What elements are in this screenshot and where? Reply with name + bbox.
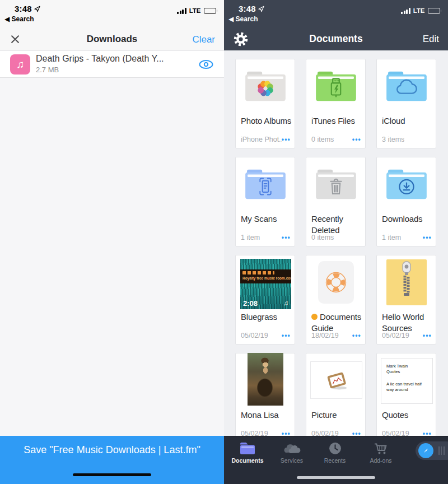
card-quotes[interactable]: Mark Twain Quotes A lie can travel half … <box>376 353 436 443</box>
card-photo-albums[interactable]: Photo Albums iPhone Phot... ••• <box>235 59 295 148</box>
clock-icon <box>328 441 342 455</box>
download-folder-icon <box>377 157 436 211</box>
tab-recents[interactable]: Recents <box>314 441 356 464</box>
card-title-with-badge: Documents Guide <box>311 311 363 333</box>
clock: 3:48 <box>239 4 256 13</box>
downloads-title: Downloads <box>0 34 224 45</box>
card-recently-deleted[interactable]: Recently Deleted 0 items <box>306 157 366 246</box>
card-bluegrass[interactable]: Royalty free music room.com 2:08 ♫ Blueg… <box>235 255 295 345</box>
card-subtitle: 0 items <box>311 234 334 241</box>
save-file-banner[interactable]: Save "Free Music Downloads | Last.fm" <box>0 436 224 484</box>
folder-icon <box>239 441 256 455</box>
downloads-header: 3:48 ◀ Search LTE <box>0 0 224 50</box>
documents-title: Documents <box>224 33 448 45</box>
back-to-search-button[interactable]: ◀ Search <box>4 15 34 23</box>
location-arrow-icon <box>34 5 41 12</box>
battery-icon <box>204 8 218 14</box>
card-subtitle: 1 item <box>382 234 401 241</box>
card-mona-lisa[interactable]: Mona Lisa 05/02/19 ••• <box>235 353 295 443</box>
card-subtitle: 0 items <box>311 136 334 143</box>
card-icloud[interactable]: iCloud 3 items <box>376 59 436 148</box>
card-subtitle: 05/02/19 <box>241 332 268 339</box>
battery-icon <box>428 8 442 14</box>
scan-folder-icon <box>236 157 295 211</box>
card-title: Recently Deleted <box>311 213 363 235</box>
back-to-search-button[interactable]: ◀ Search <box>228 15 258 23</box>
card-title: Picture <box>311 409 363 421</box>
more-icon[interactable]: ••• <box>352 333 361 338</box>
trash-folder-icon <box>306 157 365 211</box>
clouds-icon <box>282 441 301 455</box>
painting-thumbnail <box>236 353 295 407</box>
location-arrow-icon <box>258 5 265 12</box>
album-art-text-band: Royalty free music room.com <box>240 269 291 283</box>
more-icon[interactable]: ••• <box>282 235 291 240</box>
card-title: iTunes Files <box>311 115 363 127</box>
documents-header: 3:48 ◀ Search LTE <box>224 0 448 50</box>
documents-app-panel: 3:48 ◀ Search LTE <box>224 0 448 484</box>
card-title: My Scans <box>241 213 292 225</box>
more-icon[interactable]: ••• <box>282 137 291 142</box>
carrier-label: LTE <box>189 7 201 14</box>
photos-folder-icon <box>236 59 295 113</box>
more-icon[interactable]: ••• <box>423 333 432 338</box>
more-icon[interactable]: ••• <box>282 333 291 338</box>
save-file-banner-label: Save "Free Music Downloads | Last.fm" <box>0 444 224 456</box>
status-bar-left: 3:48 ◀ Search LTE <box>0 0 224 25</box>
zip-archive-icon <box>377 255 436 309</box>
signal-strength-icon <box>401 8 410 14</box>
edit-button[interactable]: Edit <box>423 34 439 45</box>
card-subtitle: 3 items <box>382 136 404 143</box>
text-document-preview: Mark Twain Quotes A lie can travel half … <box>381 358 433 404</box>
cloud-folder-icon <box>377 59 436 113</box>
safari-downloads-panel: 3:48 ◀ Search LTE <box>0 0 224 484</box>
card-title: Downloads <box>382 213 433 225</box>
cart-icon <box>374 441 389 455</box>
preview-eye-icon[interactable] <box>198 59 214 72</box>
preview-line: A lie can travel half way around <box>386 381 426 392</box>
signal-strength-icon <box>177 8 186 14</box>
card-my-scans[interactable]: My Scans 1 item ••• <box>235 157 295 246</box>
home-indicator[interactable] <box>297 476 375 479</box>
card-hello-world-sources[interactable]: Hello World Sources 05/02/19 ••• <box>376 255 436 345</box>
tab-documents[interactable]: Documents <box>226 441 269 464</box>
more-icon[interactable]: ••• <box>352 137 361 142</box>
compass-browser-icon[interactable] <box>418 443 433 458</box>
usb-folder-icon <box>306 59 365 113</box>
tab-services[interactable]: Services <box>271 441 312 464</box>
download-item-title: Death Grips - Takyon (Death Y... <box>36 54 188 64</box>
card-title: Bluegrass <box>241 311 292 323</box>
more-icon[interactable]: ••• <box>423 235 432 240</box>
download-item-size: 2.7 MB <box>36 66 59 74</box>
dual-screenshot: 3:48 ◀ Search LTE <box>0 0 448 484</box>
card-title: Mona Lisa <box>241 409 292 421</box>
browser-pill[interactable] <box>416 441 448 460</box>
status-bar-right: 3:48 ◀ Search LTE <box>224 0 448 25</box>
card-subtitle: 05/02/19 <box>382 332 409 339</box>
drag-grip-icon <box>438 446 445 455</box>
download-item-row[interactable]: ♫ Death Grips - Takyon (Death Y... 2.7 M… <box>0 51 224 78</box>
audio-thumbnail: Royalty free music room.com 2:08 ♫ <box>240 259 291 309</box>
card-subtitle: 1 item <box>241 234 260 241</box>
framed-picture-icon <box>310 361 362 399</box>
music-note-icon: ♫ <box>283 299 288 307</box>
lifebuoy-icon <box>306 255 365 309</box>
tab-add-ons[interactable]: Add-ons <box>358 441 403 464</box>
card-title: Photo Albums <box>241 115 292 127</box>
clock: 3:48 <box>15 4 32 13</box>
audio-duration: 2:08 <box>243 299 258 308</box>
card-subtitle: iPhone Phot... <box>241 136 282 143</box>
audio-file-icon: ♫ <box>10 54 30 75</box>
card-picture[interactable]: Picture 05/02/19 ••• <box>306 353 366 443</box>
card-title: iCloud <box>382 115 433 127</box>
preview-line: Mark Twain Quotes <box>386 364 416 374</box>
unread-dot-icon <box>311 314 318 320</box>
clear-button[interactable]: Clear <box>192 34 215 45</box>
card-documents-guide[interactable]: Documents Guide 18/02/19 ••• <box>306 255 366 345</box>
card-downloads[interactable]: Downloads 1 item ••• <box>376 157 436 246</box>
card-title: Quotes <box>382 409 433 421</box>
card-itunes-files[interactable]: iTunes Files 0 items ••• <box>306 59 366 148</box>
card-subtitle: 18/02/19 <box>311 332 339 339</box>
card-title: Hello World Sources <box>382 311 433 333</box>
home-indicator[interactable] <box>73 473 151 476</box>
